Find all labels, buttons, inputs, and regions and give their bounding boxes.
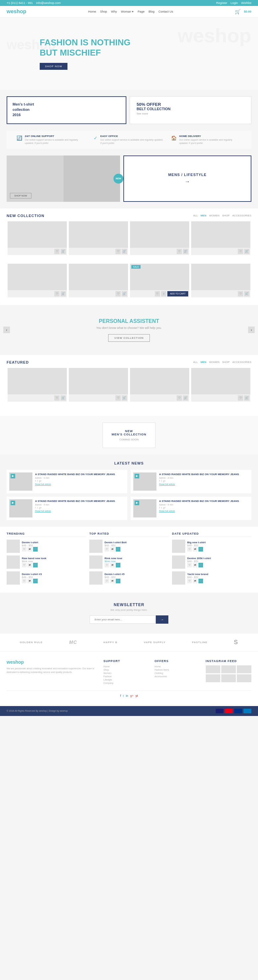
view-collection-button[interactable]: VIEW COLLECTION <box>108 334 150 342</box>
cart-btn-7[interactable]: ↕ <box>161 291 166 296</box>
footer-offers-link-1[interactable]: Home <box>154 665 200 668</box>
logo[interactable]: weshop <box>6 9 27 14</box>
footer-offers-link-4[interactable]: Accessories <box>154 675 200 678</box>
date-updated-wishlist-1[interactable]: ♡ <box>187 547 192 552</box>
date-updated-wishlist-2[interactable]: ♡ <box>187 563 192 568</box>
insta-2[interactable] <box>221 665 236 673</box>
cart-btn-6[interactable]: 🛒 <box>122 291 127 296</box>
trending-compare-1[interactable]: ⇄ <box>27 547 32 552</box>
date-updated-compare-1[interactable]: ⇄ <box>193 547 197 552</box>
footer-logo[interactable]: weshop <box>6 659 98 665</box>
read-more-2[interactable]: Read full article <box>159 483 239 485</box>
insta-5[interactable] <box>221 674 236 682</box>
feat-cart-4[interactable]: 🛒 <box>244 395 249 401</box>
social-googleplus[interactable]: g+ <box>130 694 133 697</box>
nav-blog[interactable]: Blog <box>148 10 154 13</box>
newsletter-submit-button[interactable]: → <box>156 616 168 624</box>
top-rated-compare-2[interactable]: ⇄ <box>110 563 115 568</box>
news-tw-2[interactable]: t <box>161 480 162 482</box>
date-updated-cart-2[interactable]: 🛒 <box>199 563 203 568</box>
feat-filter-women[interactable]: WOMEN <box>209 361 220 364</box>
news-tw-3[interactable]: t <box>37 506 38 509</box>
trending-compare-3[interactable]: ⇄ <box>27 579 32 583</box>
insta-1[interactable] <box>206 665 220 673</box>
news-gp-4[interactable]: g+ <box>163 506 166 509</box>
top-rated-compare-3[interactable]: ⇄ <box>110 579 115 583</box>
social-linkedin[interactable]: in <box>126 694 128 697</box>
nav-page[interactable]: Page <box>138 10 145 13</box>
trending-wishlist-2[interactable]: ♡ <box>22 563 27 568</box>
feat-filter-accessories[interactable]: ACCESSORIES <box>232 361 252 364</box>
footer-support-link-1[interactable]: Home <box>104 665 149 668</box>
nav-why[interactable]: Why <box>111 10 117 13</box>
feat-wishlist-1[interactable]: ♡ <box>54 395 59 401</box>
news-gp-2[interactable]: g+ <box>163 480 166 482</box>
top-rated-wishlist-3[interactable]: ♡ <box>105 579 109 583</box>
trending-compare-2[interactable]: ⇄ <box>27 563 32 568</box>
footer-support-link-5[interactable]: Lifestyle <box>104 679 149 681</box>
insta-3[interactable] <box>237 665 252 673</box>
cart-btn-8[interactable]: 🛒 <box>244 291 249 296</box>
cart-btn-1[interactable]: 🛒 <box>61 249 66 254</box>
next-arrow[interactable]: › <box>248 326 255 333</box>
nav-contact[interactable]: Contact Us <box>158 10 173 13</box>
top-rated-wishlist-2[interactable]: ♡ <box>105 563 109 568</box>
wishlist-link[interactable]: Wishlist <box>241 1 252 5</box>
add-to-cart-btn-7[interactable]: Add to cart <box>167 291 188 296</box>
cart-btn-3[interactable]: 🛒 <box>183 249 188 254</box>
feat-cart-2[interactable]: 🛒 <box>122 395 127 401</box>
register-link[interactable]: Register <box>216 1 227 5</box>
feat-filter-shop[interactable]: SHOP <box>222 361 230 364</box>
insta-6[interactable] <box>237 674 252 682</box>
trending-cart-2[interactable]: 🛒 <box>33 563 38 568</box>
filter-men[interactable]: MEN <box>201 214 206 217</box>
date-updated-wishlist-3[interactable]: ♡ <box>187 579 192 583</box>
wishlist-btn-2[interactable]: ♡ <box>115 249 121 254</box>
cart-btn-2[interactable]: 🛒 <box>122 249 127 254</box>
date-updated-compare-3[interactable]: ⇄ <box>193 579 197 583</box>
newsletter-input[interactable] <box>90 616 156 624</box>
nav-shop[interactable]: Shop <box>100 10 107 13</box>
feat-cart-1[interactable]: 🛒 <box>61 395 66 401</box>
social-facebook[interactable]: f <box>120 694 121 697</box>
wishlist-btn-4[interactable]: ♡ <box>238 249 243 254</box>
news-fb-4[interactable]: f <box>159 506 160 509</box>
footer-support-link-6[interactable]: Company <box>104 682 149 684</box>
news-tw-4[interactable]: t <box>161 506 162 509</box>
news-fb-1[interactable]: f <box>35 480 36 482</box>
top-rated-compare-1[interactable]: ⇄ <box>110 547 115 552</box>
footer-support-link-2[interactable]: Shop <box>104 669 149 671</box>
read-more-3[interactable]: Read full article <box>35 510 115 512</box>
date-updated-compare-2[interactable]: ⇄ <box>193 563 197 568</box>
prev-arrow[interactable]: ‹ <box>3 326 10 333</box>
cart-btn-4[interactable]: 🛒 <box>244 249 249 254</box>
news-gp-1[interactable]: g+ <box>39 480 42 482</box>
feat-wishlist-2[interactable]: ♡ <box>115 395 121 401</box>
wishlist-btn-5[interactable]: ♡ <box>54 291 59 296</box>
insta-4[interactable] <box>206 674 220 682</box>
footer-offers-link-2[interactable]: Fashion Items <box>154 669 200 671</box>
news-fb-3[interactable]: f <box>35 506 36 509</box>
feat-cart-3[interactable]: 🛒 <box>183 395 188 401</box>
trending-wishlist-3[interactable]: ♡ <box>22 579 27 583</box>
footer-offers-link-3[interactable]: Clothing <box>154 672 200 674</box>
top-rated-cart-1[interactable]: 🛒 <box>116 547 120 552</box>
top-rated-cart-3[interactable]: 🛒 <box>116 579 120 583</box>
cart-btn-5[interactable]: 🛒 <box>61 291 66 296</box>
trending-cart-3[interactable]: 🛒 <box>33 579 38 583</box>
filter-shop[interactable]: SHOP <box>222 214 230 217</box>
news-gp-3[interactable]: g+ <box>39 506 42 509</box>
news-fb-2[interactable]: f <box>159 480 160 482</box>
promo-shop-now-button[interactable]: SHOP NOW <box>10 193 32 199</box>
filter-women[interactable]: WOMEN <box>209 214 220 217</box>
wishlist-btn-7[interactable]: ♡ <box>155 291 160 296</box>
cart-icon[interactable]: 🛒 <box>235 9 240 14</box>
footer-support-link-3[interactable]: Women <box>104 672 149 674</box>
wishlist-btn-6[interactable]: ♡ <box>115 291 121 296</box>
social-youtube[interactable]: yt <box>135 694 138 697</box>
lifestyle-arrow[interactable]: → <box>185 179 190 185</box>
trending-cart-1[interactable]: 🛒 <box>33 547 38 552</box>
read-more-4[interactable]: Read full article <box>159 510 239 512</box>
news-tw-1[interactable]: t <box>37 480 38 482</box>
date-updated-cart-1[interactable]: 🛒 <box>199 547 203 552</box>
